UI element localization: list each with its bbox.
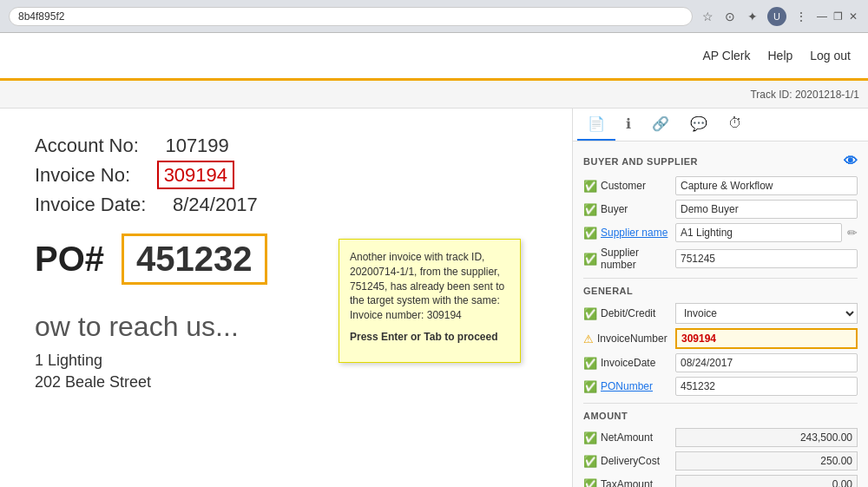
date-label: Invoice Date:: [35, 194, 146, 215]
extensions-icon[interactable]: ✦: [745, 9, 760, 24]
buyer-check-icon: ✅: [583, 203, 597, 216]
buyer-label: ✅ Buyer: [583, 203, 670, 216]
company-address: 202 Beale Street: [35, 373, 537, 392]
general-title: GENERAL: [583, 286, 633, 296]
tab-time[interactable]: ⏱: [718, 109, 753, 141]
document-panel: Account No: 107199 Invoice No: 309194 In…: [0, 109, 573, 487]
po-number-label: ✅ PONumber: [583, 380, 670, 393]
supplier-name-check-icon: ✅: [583, 227, 597, 240]
supplier-name-label: ✅ Supplier name: [583, 227, 670, 240]
url-text: 8b4f895f2: [18, 10, 64, 23]
debit-credit-select[interactable]: Invoice Credit Note: [675, 303, 858, 324]
invoice-date-field-row: ✅ InvoiceDate: [583, 353, 858, 372]
tax-amount-value: 0.00: [675, 475, 858, 487]
delivery-cost-label: ✅ DeliveryCost: [583, 455, 670, 468]
net-amount-label: ✅ NetAmount: [583, 431, 670, 444]
supplier-number-field-row: ✅ Supplier number: [583, 247, 858, 271]
divider-1: [583, 278, 858, 279]
app-header: AP Clerk Help Log out: [0, 33, 868, 81]
invoice-date-input[interactable]: [675, 353, 858, 372]
customer-input[interactable]: [675, 176, 858, 195]
invoice-date-row: Invoice Date: 8/24/2017: [35, 194, 537, 216]
star-icon[interactable]: ☆: [700, 9, 715, 24]
url-bar: 8b4f895f2: [9, 7, 693, 26]
account-number-row: Account No: 107199: [35, 135, 537, 157]
general-section-header: GENERAL: [583, 286, 858, 296]
help-link[interactable]: Help: [767, 49, 792, 63]
customer-label: ✅ Customer: [583, 180, 670, 193]
tab-document[interactable]: 📄: [577, 109, 615, 141]
tax-amount-check-icon: ✅: [583, 478, 597, 488]
window-controls: — ❐ ✕: [816, 10, 859, 23]
po-number-check-icon: ✅: [583, 380, 597, 393]
debit-credit-label: ✅ Debit/Credit: [583, 307, 670, 320]
logout-link[interactable]: Log out: [810, 49, 851, 63]
supplier-number-check-icon: ✅: [583, 253, 597, 266]
tooltip-action: Press Enter or Tab to proceed: [350, 330, 510, 345]
restore-button[interactable]: ❐: [832, 10, 844, 23]
invoice-number-row: Invoice No: 309194: [35, 164, 537, 187]
account-label: Account No:: [35, 135, 139, 156]
tab-info[interactable]: ℹ: [615, 109, 641, 141]
panel-content: BUYER AND SUPPLIER 👁 ✅ Customer ✅ Buyer: [573, 141, 868, 487]
tax-amount-label: ✅ TaxAmount: [583, 478, 670, 488]
tooltip-message: Another invoice with track ID, 20200714-…: [350, 250, 510, 323]
supplier-number-label: ✅ Supplier number: [583, 247, 670, 271]
invoice-label: Invoice No:: [35, 164, 130, 186]
supplier-name-input[interactable]: [675, 223, 842, 242]
more-menu-icon[interactable]: ⋮: [793, 9, 809, 24]
po-number-input[interactable]: [675, 377, 858, 396]
net-amount-value: 243,500.00: [675, 428, 858, 447]
supplier-number-input[interactable]: [675, 249, 858, 268]
delivery-cost-value: 250.00: [675, 451, 858, 471]
po-value: 451232: [122, 234, 266, 285]
customer-field-row: ✅ Customer: [583, 176, 858, 195]
supplier-name-field-row: ✅ Supplier name ✏: [583, 223, 858, 242]
visibility-icon[interactable]: 👁: [844, 154, 858, 169]
tab-link[interactable]: 🔗: [641, 109, 680, 141]
right-panel: 📄 ℹ 🔗 💬 ⏱ BUYER AND SUPPLIER 👁 ✅ Custome…: [573, 109, 868, 487]
browser-chrome: 8b4f895f2 ☆ ⊙ ✦ U ⋮ — ❐ ✕: [0, 0, 868, 33]
debit-credit-check-icon: ✅: [583, 307, 597, 320]
panel-tabs: 📄 ℹ 🔗 💬 ⏱: [573, 109, 868, 141]
buyer-supplier-section-header: BUYER AND SUPPLIER 👁: [583, 154, 858, 169]
divider-2: [583, 403, 858, 404]
track-bar: Track ID: 20201218-1/1: [0, 81, 868, 109]
close-button[interactable]: ✕: [847, 10, 859, 23]
debit-credit-field-row: ✅ Debit/Credit Invoice Credit Note: [583, 303, 858, 324]
delivery-cost-field-row: ✅ DeliveryCost 250.00: [583, 451, 858, 471]
account-value: 107199: [165, 135, 228, 156]
customer-check-icon: ✅: [583, 180, 597, 193]
buyer-field-row: ✅ Buyer: [583, 200, 858, 219]
net-amount-field-row: ✅ NetAmount 243,500.00: [583, 428, 858, 447]
duplicate-invoice-tooltip: Another invoice with track ID, 20200714-…: [339, 239, 521, 363]
account-circle-icon[interactable]: ⊙: [722, 9, 738, 24]
date-value: 8/24/2017: [173, 194, 258, 215]
ap-clerk-link[interactable]: AP Clerk: [703, 49, 751, 63]
po-label: PO#: [35, 240, 104, 279]
buyer-input[interactable]: [675, 200, 858, 219]
buyer-supplier-title: BUYER AND SUPPLIER: [583, 156, 698, 167]
supplier-name-edit-icon[interactable]: ✏: [847, 226, 858, 240]
delivery-cost-check-icon: ✅: [583, 455, 597, 468]
browser-icons: ☆ ⊙ ✦ U ⋮: [700, 7, 809, 26]
invoice-number-field-row: ⚠ InvoiceNumber: [583, 328, 858, 349]
po-number-field-row: ✅ PONumber: [583, 377, 858, 396]
tab-chat[interactable]: 💬: [680, 109, 718, 141]
minimize-button[interactable]: —: [816, 10, 828, 23]
amount-section-header: AMOUNT: [583, 411, 858, 421]
invoice-date-check-icon: ✅: [583, 357, 597, 370]
profile-avatar[interactable]: U: [767, 7, 786, 26]
invoice-number-warning-icon: ⚠: [583, 332, 594, 346]
track-id-label: Track ID: 20201218-1/1: [750, 89, 859, 101]
net-amount-check-icon: ✅: [583, 431, 597, 444]
amount-title: AMOUNT: [583, 411, 628, 421]
invoice-number-input[interactable]: [675, 328, 858, 349]
tax-amount-field-row: ✅ TaxAmount 0.00: [583, 475, 858, 487]
invoice-value: 309194: [157, 161, 234, 189]
main-content: Account No: 107199 Invoice No: 309194 In…: [0, 109, 868, 487]
invoice-date-label: ✅ InvoiceDate: [583, 357, 670, 370]
invoice-number-label: ⚠ InvoiceNumber: [583, 332, 670, 346]
